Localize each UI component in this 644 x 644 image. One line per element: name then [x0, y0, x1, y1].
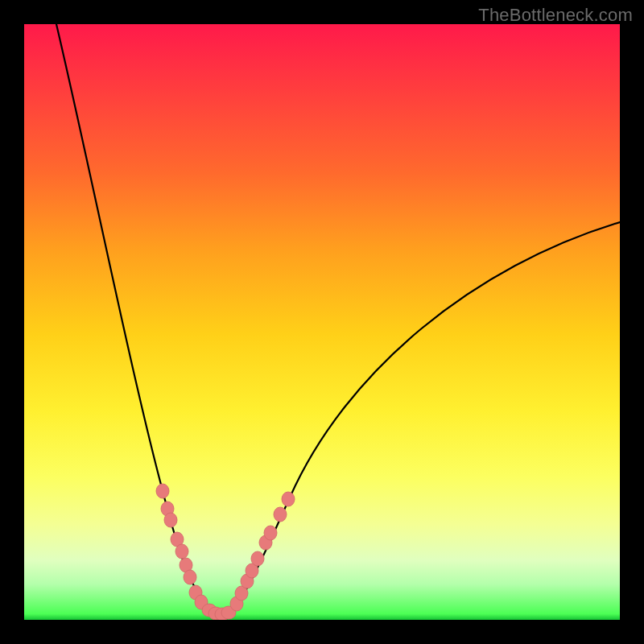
- data-bead: [251, 551, 264, 566]
- data-bead: [184, 570, 196, 584]
- data-bead: [175, 544, 188, 559]
- data-bead: [264, 526, 277, 540]
- data-bead: [156, 484, 169, 498]
- watermark-text: TheBottleneck.com: [478, 5, 633, 26]
- bead-group-right: [230, 492, 295, 611]
- data-bead: [282, 492, 295, 506]
- data-bead: [274, 507, 287, 522]
- chart-plot-area: [24, 24, 620, 620]
- bead-group-left: [156, 484, 208, 609]
- data-bead: [164, 513, 177, 527]
- curve-path: [56, 24, 620, 614]
- bottleneck-curve-svg: [24, 24, 620, 620]
